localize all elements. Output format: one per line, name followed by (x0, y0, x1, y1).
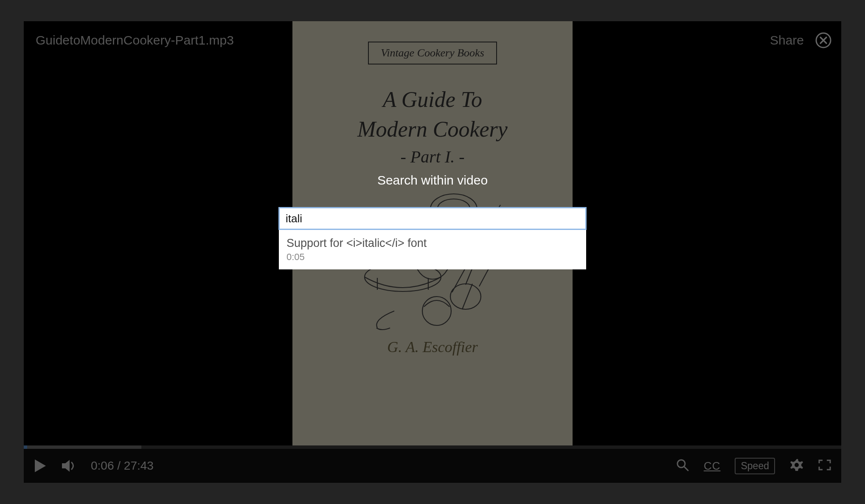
search-result-item[interactable]: Support for <i>italic</i> font 0:05 (279, 230, 586, 269)
media-player: Vintage Cookery Books A Guide To Modern … (24, 21, 841, 483)
search-result-timestamp: 0:05 (286, 252, 579, 263)
search-input[interactable] (278, 207, 587, 230)
search-heading: Search within video (377, 173, 488, 188)
search-box-wrap: Support for <i>italic</i> font 0:05 (278, 207, 587, 269)
search-result-text: Support for <i>italic</i> font (286, 236, 579, 251)
